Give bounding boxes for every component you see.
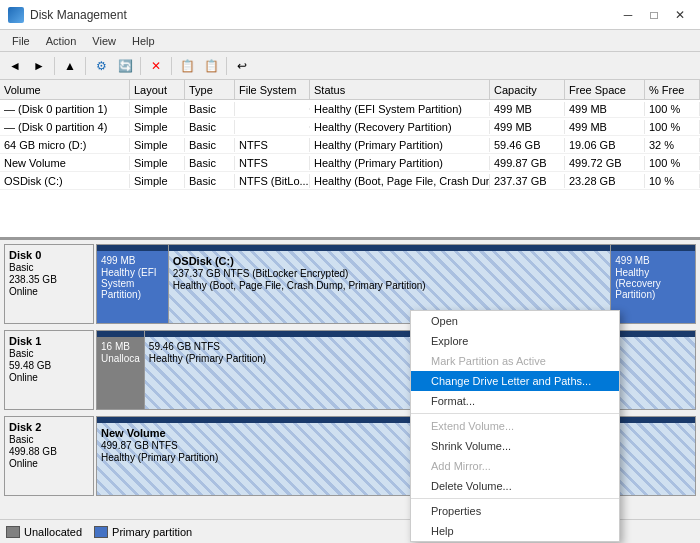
toolbar-delete[interactable]: ✕ bbox=[145, 55, 167, 77]
table-cell: 499.72 GB bbox=[565, 156, 645, 170]
maximize-button[interactable]: □ bbox=[642, 5, 666, 25]
toolbar-back[interactable]: ◄ bbox=[4, 55, 26, 77]
disk-name: Disk 0 bbox=[9, 249, 89, 261]
toolbar-undo[interactable]: ↩ bbox=[231, 55, 253, 77]
partition-desc: Healthy (Boot, Page File, Crash Dump, Pr… bbox=[173, 280, 607, 291]
menu-help[interactable]: Help bbox=[124, 33, 163, 49]
disk-info-0: Disk 0 Basic 238.35 GB Online bbox=[4, 244, 94, 324]
table-cell: Healthy (Recovery Partition) bbox=[310, 120, 490, 134]
partition-sublabel: 237.37 GB NTFS (BitLocker Encrypted) bbox=[173, 268, 607, 279]
disk-name: Disk 2 bbox=[9, 421, 89, 433]
partition-topbar bbox=[169, 245, 611, 251]
table-cell: 100 % bbox=[645, 120, 700, 134]
disk-status: Online bbox=[9, 458, 89, 469]
disk-name: Disk 1 bbox=[9, 335, 89, 347]
minimize-button[interactable]: ─ bbox=[616, 5, 640, 25]
toolbar-forward[interactable]: ► bbox=[28, 55, 50, 77]
table-cell: 100 % bbox=[645, 102, 700, 116]
disk-type: Basic bbox=[9, 348, 89, 359]
table-cell: Simple bbox=[130, 120, 185, 134]
table-cell: Simple bbox=[130, 174, 185, 188]
partition-label: OSDisk (C:) bbox=[173, 255, 607, 267]
partition-0-2[interactable]: 499 MBHealthy (Recovery Partition) bbox=[611, 245, 695, 323]
partition-0-0[interactable]: 499 MBHealthy (EFI System Partition) bbox=[97, 245, 169, 323]
table-cell: 23.28 GB bbox=[565, 174, 645, 188]
legend-primary-label: Primary partition bbox=[112, 526, 192, 538]
table-row[interactable]: — (Disk 0 partition 4)SimpleBasicHealthy… bbox=[0, 118, 700, 136]
context-menu-item-12[interactable]: Help bbox=[411, 521, 619, 541]
table-cell: 19.06 GB bbox=[565, 138, 645, 152]
disk-type: Basic bbox=[9, 262, 89, 273]
disk-status: Online bbox=[9, 286, 89, 297]
table-cell bbox=[235, 108, 310, 110]
menu-action[interactable]: Action bbox=[38, 33, 85, 49]
toolbar-paste[interactable]: 📋 bbox=[200, 55, 222, 77]
toolbar-sep-3 bbox=[140, 57, 141, 75]
toolbar: ◄ ► ▲ ⚙ 🔄 ✕ 📋 📋 ↩ bbox=[0, 52, 700, 80]
context-menu-item-11[interactable]: Properties bbox=[411, 501, 619, 521]
context-menu-item-4[interactable]: Format... bbox=[411, 391, 619, 411]
context-menu-item-0[interactable]: Open bbox=[411, 311, 619, 331]
context-menu-item-9[interactable]: Delete Volume... bbox=[411, 476, 619, 496]
disk-info-2: Disk 2 Basic 499.88 GB Online bbox=[4, 416, 94, 496]
toolbar-copy[interactable]: 📋 bbox=[176, 55, 198, 77]
legend-primary-box bbox=[94, 526, 108, 538]
context-menu-item-8: Add Mirror... bbox=[411, 456, 619, 476]
table-cell: Basic bbox=[185, 138, 235, 152]
table-cell: Basic bbox=[185, 156, 235, 170]
th-pcfree[interactable]: % Free bbox=[645, 80, 700, 99]
context-menu-separator bbox=[411, 413, 619, 414]
disk-status: Online bbox=[9, 372, 89, 383]
toolbar-sep-1 bbox=[54, 57, 55, 75]
table-cell: New Volume bbox=[0, 156, 130, 170]
disk-type: Basic bbox=[9, 434, 89, 445]
context-menu-item-2: Mark Partition as Active bbox=[411, 351, 619, 371]
close-button[interactable]: ✕ bbox=[668, 5, 692, 25]
legend-primary: Primary partition bbox=[94, 526, 192, 538]
legend-unalloc-label: Unallocated bbox=[24, 526, 82, 538]
partition-1-0[interactable]: 16 MBUnallocated bbox=[97, 331, 145, 409]
toolbar-refresh[interactable]: 🔄 bbox=[114, 55, 136, 77]
toolbar-up[interactable]: ▲ bbox=[59, 55, 81, 77]
partition-desc: Healthy (Recovery Partition) bbox=[615, 267, 691, 300]
table-cell: Healthy (Boot, Page File, Crash Dump, Pr… bbox=[310, 174, 490, 188]
table-cell: 64 GB micro (D:) bbox=[0, 138, 130, 152]
menu-bar: File Action View Help bbox=[0, 30, 700, 52]
toolbar-properties[interactable]: ⚙ bbox=[90, 55, 112, 77]
table-cell: NTFS bbox=[235, 156, 310, 170]
table-cell: 499 MB bbox=[490, 120, 565, 134]
window-controls: ─ □ ✕ bbox=[616, 5, 692, 25]
table-cell: Basic bbox=[185, 120, 235, 134]
disk-size: 59.48 GB bbox=[9, 360, 89, 371]
table-cell: Simple bbox=[130, 138, 185, 152]
menu-file[interactable]: File bbox=[4, 33, 38, 49]
volume-table: Volume Layout Type File System Status Ca… bbox=[0, 80, 700, 240]
partition-topbar bbox=[97, 331, 144, 337]
th-type[interactable]: Type bbox=[185, 80, 235, 99]
table-row[interactable]: OSDisk (C:)SimpleBasicNTFS (BitLo...Heal… bbox=[0, 172, 700, 190]
context-menu-item-6: Extend Volume... bbox=[411, 416, 619, 436]
table-row[interactable]: — (Disk 0 partition 1)SimpleBasicHealthy… bbox=[0, 100, 700, 118]
table-row[interactable]: New VolumeSimpleBasicNTFSHealthy (Primar… bbox=[0, 154, 700, 172]
legend-unalloc-box bbox=[6, 526, 20, 538]
context-menu-item-7[interactable]: Shrink Volume... bbox=[411, 436, 619, 456]
context-menu-item-1[interactable]: Explore bbox=[411, 331, 619, 351]
table-cell: Healthy (EFI System Partition) bbox=[310, 102, 490, 116]
partition-sublabel: 499 MB bbox=[615, 255, 691, 266]
table-cell: 32 % bbox=[645, 138, 700, 152]
partition-topbar bbox=[97, 245, 168, 251]
th-capacity[interactable]: Capacity bbox=[490, 80, 565, 99]
th-status[interactable]: Status bbox=[310, 80, 490, 99]
table-header: Volume Layout Type File System Status Ca… bbox=[0, 80, 700, 100]
menu-view[interactable]: View bbox=[84, 33, 124, 49]
table-cell: 499 MB bbox=[490, 102, 565, 116]
th-filesystem[interactable]: File System bbox=[235, 80, 310, 99]
table-cell bbox=[235, 126, 310, 128]
window-title: Disk Management bbox=[30, 8, 127, 22]
context-menu-item-3[interactable]: Change Drive Letter and Paths... bbox=[411, 371, 619, 391]
context-menu: OpenExploreMark Partition as ActiveChang… bbox=[410, 310, 620, 542]
th-volume[interactable]: Volume bbox=[0, 80, 130, 99]
th-freespace[interactable]: Free Space bbox=[565, 80, 645, 99]
table-row[interactable]: 64 GB micro (D:)SimpleBasicNTFSHealthy (… bbox=[0, 136, 700, 154]
th-layout[interactable]: Layout bbox=[130, 80, 185, 99]
